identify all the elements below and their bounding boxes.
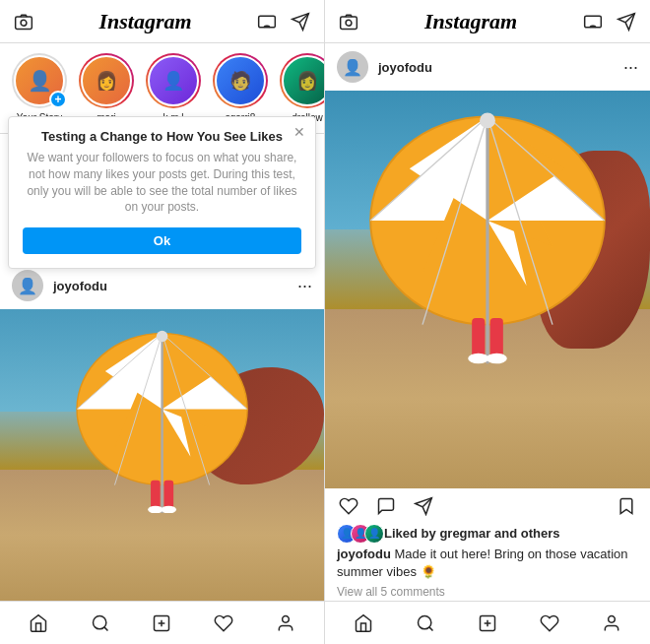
svg-point-45 <box>419 615 431 628</box>
right-post-image <box>325 91 650 488</box>
likes-avatars: 👤 👤 👤 <box>337 524 378 544</box>
nav-profile-right[interactable] <box>600 612 623 635</box>
nav-add-right[interactable] <box>476 612 499 635</box>
nav-heart-left[interactable] <box>212 612 235 635</box>
right-panel: Instagram 👤 joyofodu ··· <box>325 0 650 644</box>
right-post-header: 👤 joyofodu ··· <box>325 43 650 91</box>
svg-rect-40 <box>490 318 503 357</box>
left-bottom-nav <box>0 601 324 644</box>
right-umbrella-svg <box>358 98 618 368</box>
camera-icon[interactable] <box>14 12 33 32</box>
right-post-username[interactable]: joyofodu <box>378 60 614 75</box>
umbrella-svg <box>32 324 292 513</box>
right-bottom-nav <box>325 601 650 644</box>
comment-button[interactable] <box>374 494 398 518</box>
like-button[interactable] <box>337 494 360 518</box>
right-post-more[interactable]: ··· <box>623 57 638 78</box>
view-comments[interactable]: View all 5 comments <box>325 583 650 601</box>
left-post-container: 👤 joyofodu ··· <box>0 262 324 309</box>
liked-by-text: Liked by gregmar and others <box>384 526 560 541</box>
post-caption: joyofodu Made it out here! Bring on thos… <box>325 544 650 583</box>
svg-point-24 <box>282 615 289 622</box>
svg-line-46 <box>429 626 433 630</box>
nav-home-left[interactable] <box>27 612 50 635</box>
right-header: Instagram <box>325 0 650 43</box>
story-sgarri8[interactable]: 🧑 sgarri8 <box>213 53 268 123</box>
right-camera-icon[interactable] <box>339 12 358 32</box>
svg-rect-39 <box>472 318 485 357</box>
left-post-more[interactable]: ··· <box>297 276 312 296</box>
paper-plane-icon[interactable] <box>291 12 310 32</box>
right-post-avatar: 👤 <box>337 51 368 83</box>
svg-rect-0 <box>16 17 32 30</box>
svg-point-18 <box>162 505 176 513</box>
left-post-username[interactable]: joyofodu <box>53 279 288 293</box>
svg-point-19 <box>93 615 105 628</box>
post-likes: 👤 👤 👤 Liked by gregmar and others <box>325 524 650 544</box>
svg-point-42 <box>487 354 507 364</box>
svg-point-50 <box>608 615 615 622</box>
story-drellew[interactable]: 👩 drellew <box>280 53 324 123</box>
svg-rect-16 <box>163 481 173 509</box>
left-post-header: 👤 joyofodu ··· <box>0 262 324 309</box>
share-button[interactable] <box>412 494 435 518</box>
nav-add-left[interactable] <box>150 612 173 635</box>
svg-point-17 <box>148 505 162 513</box>
popup-body: We want your followers to focus on what … <box>23 150 301 216</box>
bookmark-button[interactable] <box>615 494 638 518</box>
nav-heart-right[interactable] <box>538 612 561 635</box>
right-post-actions <box>325 488 650 524</box>
right-umbrella-scene <box>325 91 650 488</box>
left-umbrella-scene <box>0 309 324 601</box>
nav-search-left[interactable] <box>89 612 112 635</box>
header-icons <box>257 12 310 32</box>
left-post-avatar: 👤 <box>12 270 43 301</box>
svg-rect-15 <box>151 481 161 509</box>
popup-ok-button[interactable]: Ok <box>23 227 301 254</box>
tv-icon[interactable] <box>257 12 277 32</box>
nav-search-right[interactable] <box>414 612 437 635</box>
add-story-plus[interactable]: + <box>49 91 67 108</box>
popup-title: Testing a Change to How You See Likes <box>23 129 301 144</box>
notification-popup: ✕ Testing a Change to How You See Likes … <box>8 116 316 269</box>
logo: Instagram <box>98 9 191 34</box>
right-paper-plane-icon[interactable] <box>617 12 636 32</box>
popup-close-button[interactable]: ✕ <box>293 125 305 139</box>
svg-line-20 <box>104 626 108 630</box>
story-kml[interactable]: 👤 k.m.l <box>146 53 201 123</box>
nav-profile-left[interactable] <box>274 612 297 635</box>
caption-username[interactable]: joyofodu <box>337 547 391 561</box>
left-panel: Instagram 👤 + Your Story <box>0 0 325 644</box>
right-header-icons <box>583 12 636 32</box>
svg-point-1 <box>21 20 27 26</box>
svg-point-41 <box>468 354 488 364</box>
left-header: Instagram <box>0 0 324 43</box>
story-mari[interactable]: 👩 mari <box>79 53 134 123</box>
left-post-image <box>0 309 324 601</box>
svg-point-14 <box>157 331 168 343</box>
svg-point-26 <box>346 20 352 26</box>
nav-home-right[interactable] <box>352 612 375 635</box>
story-your-story[interactable]: 👤 + Your Story <box>12 53 67 123</box>
like-avatar-3: 👤 <box>364 524 384 544</box>
right-logo: Instagram <box>424 9 517 34</box>
svg-rect-25 <box>341 17 358 30</box>
svg-point-38 <box>480 113 495 129</box>
right-tv-icon[interactable] <box>583 12 603 32</box>
